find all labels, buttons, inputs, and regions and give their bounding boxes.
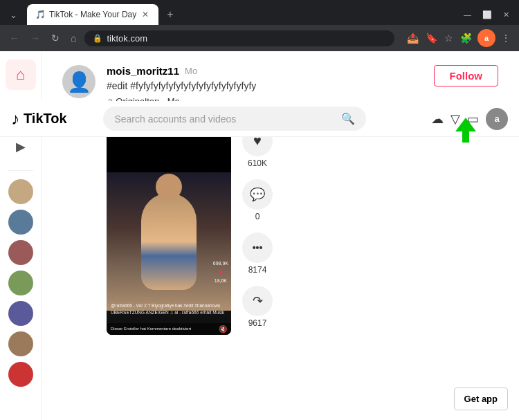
share-icon: ↷ <box>253 293 263 309</box>
search-icon: 🔍 <box>341 112 355 125</box>
tiktok-logo-text: TikTok <box>24 111 67 127</box>
video-heart-icon: ♥ <box>219 268 224 276</box>
share-count: 9617 <box>248 318 267 328</box>
post-description: #edit #fyfyfyfyfyfyfyfyfyfyfyfyfyfyfyfy <box>107 80 256 93</box>
video-head <box>156 174 182 200</box>
app-wrapper: ♪ TikTok 🔍 ☁ ▽ ▭ a ⌂ 👤 ▶ <box>0 51 519 420</box>
video-overlay-text: @rafra666 - Vor 2 T Biyografiye bak #edi… <box>111 302 227 315</box>
sidebar-avatar-5[interactable] <box>8 301 33 326</box>
more-button[interactable]: ••• 8174 <box>242 232 273 275</box>
video-bottom-text: Dieser Ersteller hat Kommentare deaktivi… <box>111 327 191 331</box>
sidebar-divider <box>8 170 33 171</box>
tab-favicon: 🎵 <box>35 10 45 19</box>
star-button[interactable]: ☆ <box>443 31 455 45</box>
active-tab[interactable]: 🎵 TikTok - Make Your Day ✕ <box>27 4 158 25</box>
video-stat-comments: 18,6K <box>215 278 227 283</box>
lock-icon: 🔒 <box>93 34 102 43</box>
video-right-stats: 698,9K ♥ 18,6K <box>213 261 228 283</box>
home-button[interactable]: ⌂ <box>68 31 79 45</box>
more-icon-circle: ••• <box>242 232 273 263</box>
video-player[interactable]: ♪ TikTok @mois_moritz11 <box>107 113 231 335</box>
video-row: ♪ TikTok @mois_moritz11 <box>107 113 498 335</box>
sidebar-avatar-2[interactable] <box>8 210 33 235</box>
like-count: 610K <box>248 158 267 168</box>
forward-button[interactable]: → <box>28 31 43 45</box>
comment-icon: 💬 <box>250 187 265 202</box>
sidebar-avatar-3[interactable] <box>8 240 33 265</box>
home-icon: ⌂ <box>16 66 25 84</box>
tab-close-button[interactable]: ✕ <box>140 8 150 21</box>
follow-button[interactable]: Follow <box>434 65 499 86</box>
window-controls-right: — ⬜ ✕ <box>459 8 513 22</box>
video-figure <box>141 193 197 290</box>
sidebar-avatar-7[interactable] <box>8 362 33 387</box>
comment-button[interactable]: 💬 0 <box>242 179 273 221</box>
minimize-button[interactable]: — <box>459 8 475 22</box>
restore-button[interactable]: ⬜ <box>478 8 496 22</box>
more-count: 8174 <box>248 265 267 275</box>
share-icon-circle: ↷ <box>242 286 273 316</box>
svg-marker-0 <box>455 118 476 143</box>
tiktok-logo: ♪ TikTok <box>11 109 67 129</box>
address-bar[interactable]: 🔒 tiktok.com <box>84 30 394 46</box>
comment-count: 0 <box>255 212 260 221</box>
browser-actions: 📤 🔖 ☆ 🧩 a ⋮ <box>406 29 512 47</box>
new-tab-button[interactable]: + <box>161 6 179 24</box>
browser-chrome: ⌄ 🎵 TikTok - Make Your Day ✕ + — ⬜ ✕ ← →… <box>0 0 519 51</box>
share-browser-button[interactable]: 🔖 <box>424 31 439 45</box>
post-time: Mo <box>185 66 197 76</box>
sidebar-avatar-6[interactable] <box>8 331 33 356</box>
get-app-button[interactable]: Get app <box>454 387 508 410</box>
sidebar-avatar-4[interactable] <box>8 271 33 295</box>
post-author-avatar[interactable]: 👤 <box>62 65 95 98</box>
window-controls-left: ⌄ <box>6 7 21 23</box>
search-input[interactable] <box>114 113 336 125</box>
refresh-button[interactable]: ↻ <box>48 31 62 45</box>
tab-bar: ⌄ 🎵 TikTok - Make Your Day ✕ + — ⬜ ✕ <box>0 0 519 25</box>
video-inner: ♪ TikTok @mois_moritz11 <box>107 113 231 335</box>
video-bottom-bar: Dieser Ersteller hat Kommentare deaktivi… <box>107 323 231 335</box>
interactions-panel: ♥ 610K 💬 0 <box>242 126 273 335</box>
post-header: mois_moritz11 Mo <box>107 65 256 77</box>
sidebar-item-home[interactable]: ⌂ <box>6 60 36 90</box>
green-arrow-indicator <box>455 118 476 145</box>
tab-title: TikTok - Make Your Day <box>49 10 136 19</box>
tiktok-header: ♪ TikTok 🔍 ☁ ▽ ▭ a <box>0 101 519 137</box>
video-person-silhouette <box>107 172 231 311</box>
user-avatar[interactable]: a <box>486 108 508 130</box>
sidebar-avatar-1[interactable] <box>8 179 33 204</box>
video-stat-likes: 698,9K <box>213 261 228 266</box>
share-button[interactable]: ↷ 9617 <box>242 286 273 328</box>
extensions-button[interactable]: 🧩 <box>459 31 473 45</box>
browser-profile[interactable]: a <box>477 29 495 47</box>
address-bar-row: ← → ↻ ⌂ 🔒 tiktok.com 📤 🔖 ☆ 🧩 a ⋮ <box>0 25 519 51</box>
search-bar[interactable]: 🔍 <box>103 107 366 131</box>
video-person-area: 698,9K ♥ 18,6K <box>107 172 231 311</box>
tiktok-logo-icon: ♪ <box>11 109 19 129</box>
menu-button[interactable]: ⋮ <box>500 31 512 45</box>
avatar-placeholder-icon: 👤 <box>67 71 91 93</box>
close-window-button[interactable]: ✕ <box>499 8 513 22</box>
back-button[interactable]: ← <box>7 31 22 45</box>
post-username[interactable]: mois_moritz11 <box>107 65 179 77</box>
comment-icon-circle: 💬 <box>242 179 273 210</box>
cast-button[interactable]: 📤 <box>406 31 420 45</box>
chevron-up-icon: ⌄ <box>6 7 21 23</box>
more-icon: ••• <box>253 242 263 253</box>
upload-button[interactable]: ☁ <box>431 111 444 127</box>
url-text: tiktok.com <box>107 33 147 44</box>
explore-icon: ▶ <box>16 139 26 154</box>
mute-icon[interactable]: 🔇 <box>219 325 227 333</box>
